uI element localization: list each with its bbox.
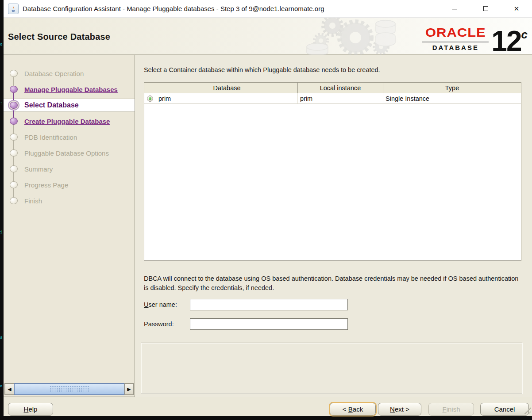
- main-panel: Select a Container database within which…: [135, 55, 532, 397]
- oracle-brand: ORACLE DATABASE 12c: [422, 21, 528, 54]
- dbca-window: Database Configuration Assistant - Manag…: [4, 0, 532, 416]
- scroll-right-arrow-icon[interactable]: ▶: [124, 383, 134, 395]
- step-dot-pending: [10, 181, 18, 188]
- desktop-artifact: o: [0, 42, 2, 46]
- header-banner: Select Source Database: [4, 18, 532, 55]
- step-label: Pluggable Database Options: [24, 149, 109, 157]
- sidebar-step-database-operation: Database Operation: [4, 67, 135, 80]
- password-label: Password:: [144, 321, 190, 328]
- step-dot-current: [10, 102, 18, 109]
- sidebar-horizontal-scrollbar[interactable]: ◀ ▶: [4, 383, 134, 395]
- step-dot-pending: [10, 70, 18, 77]
- sidebar-step-manage-pluggable-databases[interactable]: Manage Pluggable Databases: [4, 83, 135, 95]
- scroll-left-arrow-icon[interactable]: ◀: [5, 383, 14, 395]
- back-button[interactable]: < Back: [330, 403, 376, 416]
- table-row[interactable]: prim prim Single Instance: [144, 93, 521, 104]
- password-input[interactable]: [190, 318, 348, 330]
- row-local-instance-cell[interactable]: prim: [298, 93, 383, 103]
- maximize-button[interactable]: [470, 0, 501, 17]
- sidebar-step-progress-page: Progress Page: [4, 179, 135, 191]
- step-label: Select Database: [24, 101, 79, 109]
- sidebar-step-pluggable-database-options: Pluggable Database Options: [4, 147, 135, 159]
- row-database-cell[interactable]: prim: [156, 93, 298, 103]
- java-cup-icon: [10, 5, 17, 12]
- sidebar-step-create-pluggable-database[interactable]: Create Pluggable Database: [4, 115, 135, 127]
- gears-graphic: [289, 18, 397, 55]
- finish-button-disabled: Finish: [428, 403, 474, 416]
- container-database-table: Database Local instance Type prim prim S…: [144, 82, 521, 261]
- step-label: Summary: [24, 165, 53, 173]
- row-select-cell[interactable]: [144, 93, 156, 103]
- step-dot-pending: [10, 197, 18, 204]
- sidebar-step-select-database: Select Database: [4, 99, 135, 111]
- table-header-type[interactable]: Type: [383, 83, 521, 93]
- table-header-local-instance[interactable]: Local instance: [298, 83, 383, 93]
- window-controls: – ✕: [439, 0, 532, 17]
- desktop-artifact: o: [0, 384, 2, 388]
- table-header-database[interactable]: Database: [156, 83, 298, 93]
- table-header-select: [144, 83, 156, 93]
- desktop-artifact: :: [0, 101, 2, 105]
- oracle-logo-subtext: DATABASE: [432, 44, 479, 51]
- step-label: Finish: [24, 197, 42, 205]
- step-dot-pending: [10, 149, 18, 157]
- step-label[interactable]: Manage Pluggable Databases: [24, 86, 118, 93]
- oracle-logo-rule: [422, 42, 489, 42]
- desktop-artifact: i: [0, 230, 2, 234]
- oracle-version: 12c: [491, 21, 528, 54]
- wizard-steps-sidebar: Database Operation Manage Pluggable Data…: [4, 55, 135, 397]
- auth-note-text: DBCA will connect to the database using …: [144, 274, 519, 293]
- cancel-button[interactable]: Cancel: [480, 403, 529, 416]
- page-title: Select Source Database: [8, 32, 110, 42]
- minimize-button[interactable]: –: [439, 0, 470, 17]
- next-button[interactable]: Next >: [378, 403, 421, 416]
- oracle-version-suffix: c: [521, 28, 528, 41]
- step-label: Database Operation: [24, 70, 84, 77]
- radio-selected-icon[interactable]: [147, 95, 153, 102]
- oracle-logo-text: ORACLE: [425, 25, 486, 40]
- close-button[interactable]: ✕: [501, 0, 532, 17]
- password-row: Password:: [144, 318, 348, 330]
- step-label[interactable]: Create Pluggable Database: [24, 118, 110, 125]
- username-row: User name:: [144, 299, 348, 310]
- maximize-icon: [483, 6, 488, 11]
- step-dot-done: [10, 86, 18, 93]
- step-dot-pending: [10, 134, 18, 141]
- step-label: PDB Identification: [24, 134, 77, 141]
- row-type-cell[interactable]: Single Instance: [383, 93, 521, 103]
- step-dot-pending: [10, 165, 18, 172]
- window-title: Database Configuration Assistant - Manag…: [23, 5, 324, 12]
- step-dot-done: [10, 118, 18, 125]
- scrollbar-thumb[interactable]: [14, 383, 124, 395]
- sidebar-step-finish: Finish: [4, 195, 135, 207]
- instruction-text: Select a Container database within which…: [144, 66, 380, 73]
- java-app-icon: [8, 4, 19, 14]
- sidebar-step-pdb-identification: PDB Identification: [4, 131, 135, 143]
- desktop-artifact: s: [0, 335, 2, 340]
- step-label: Progress Page: [24, 181, 68, 189]
- help-button[interactable]: Help: [8, 403, 53, 416]
- sidebar-step-summary: Summary: [4, 163, 135, 175]
- message-area: [141, 343, 522, 393]
- table-header-row: Database Local instance Type: [144, 83, 521, 93]
- username-label: User name:: [144, 301, 190, 308]
- username-input[interactable]: [190, 299, 348, 310]
- titlebar: Database Configuration Assistant - Manag…: [4, 0, 532, 18]
